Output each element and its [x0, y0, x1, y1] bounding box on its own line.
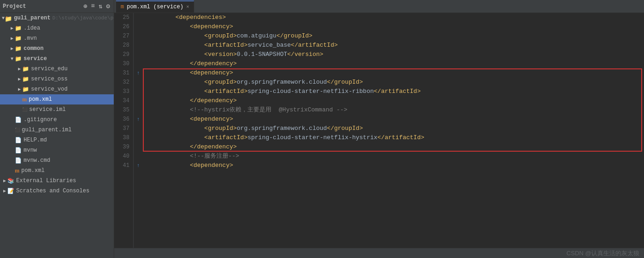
- line-number: 26: [114, 22, 129, 31]
- sidebar-item-mvn[interactable]: ▶📁.mvn: [0, 33, 114, 43]
- tree-item-label: .gitignore: [24, 117, 57, 123]
- arrow-icon: ▶: [2, 178, 7, 184]
- code-line: <version>0.0.1-SNAPSHOT</version>: [147, 50, 644, 59]
- sync-icon[interactable]: ⊕: [82, 2, 88, 10]
- pom-file-icon: m: [15, 167, 19, 174]
- arrow-icon: ▶: [17, 86, 22, 92]
- tree-item-label: External Libraries: [16, 178, 76, 184]
- status-bar: CSDN @认真生活的灰太狼: [114, 248, 644, 258]
- gutter: ↑↑↑: [134, 13, 143, 248]
- tree-item-label: pom.xml: [21, 167, 44, 174]
- expand-icon[interactable]: ⇅: [98, 2, 103, 10]
- sidebar-item-mvnw_cmd[interactable]: 📄mvnw.cmd: [0, 155, 114, 166]
- tree-item-label: service: [24, 55, 47, 62]
- line-number: 28: [114, 41, 129, 50]
- tree-item-label: Scratches and Consoles: [16, 188, 89, 194]
- line-number: 30: [114, 59, 129, 68]
- watermark-text: CSDN @认真生活的灰太狼: [566, 249, 639, 258]
- arrow-icon: ▶: [9, 36, 15, 41]
- sidebar-item-external_libs[interactable]: ▶📚External Libraries: [0, 176, 114, 186]
- line-number: 38: [114, 133, 129, 142]
- arrow-icon: ▼: [9, 56, 15, 61]
- line-number: 34: [114, 96, 129, 105]
- project-sidebar: Project ⊕ ≡ ⇅ ⚙ ▼ 📁 guli_parent D:\study…: [0, 0, 114, 258]
- line-number: 33: [114, 87, 129, 96]
- arrow-icon: ▶: [17, 76, 22, 82]
- code-line: <!--服务注册-->: [147, 152, 644, 161]
- tree-item-label: service.iml: [29, 106, 66, 113]
- file-icon: 📄: [15, 147, 22, 154]
- code-line: </dependency>: [147, 96, 644, 105]
- code-line: <!--hystrix依赖，主要是用 @HystrixCommand -->: [147, 105, 644, 115]
- code-area[interactable]: <dependencies> <dependency> <groupId>com…: [143, 13, 644, 248]
- tab-pom-xml[interactable]: m pom.xml (service) ×: [116, 0, 194, 12]
- line-numbers: 2526272829303132333435363738394041: [114, 13, 134, 248]
- code-line: <groupId>com.atguigu</groupId>: [147, 31, 644, 41]
- folder-icon: 📁: [22, 76, 29, 83]
- settings-icon[interactable]: ⚙: [105, 2, 111, 10]
- tab-close-button[interactable]: ×: [186, 4, 190, 10]
- md-file-icon: 📄: [15, 137, 22, 144]
- arrow-icon: ▶: [9, 46, 15, 51]
- arrow-icon: ▶: [9, 25, 15, 31]
- sidebar-item-service_iml[interactable]: ⬛service.iml: [0, 104, 114, 115]
- sidebar-item-gitignore[interactable]: 📄.gitignore: [0, 115, 114, 125]
- sidebar-item-help_md[interactable]: 📄HELP.md: [0, 135, 114, 145]
- main-editor-area: m pom.xml (service) × 252627282930313233…: [114, 0, 644, 258]
- file-icon: 📄: [15, 157, 22, 164]
- sidebar-item-service_edu[interactable]: ▶📁service_edu: [0, 64, 114, 74]
- sidebar-item-pom_xml_root[interactable]: mpom.xml: [0, 166, 114, 176]
- iml-file-icon: ⬛: [15, 128, 20, 133]
- tree-item-label: guli_parent.iml: [22, 127, 72, 133]
- folder-icon: 📁: [15, 45, 22, 52]
- folder-icon: 📁: [15, 55, 22, 62]
- root-folder-icon: 📁: [5, 15, 12, 21]
- line-number: 27: [114, 31, 129, 41]
- code-line: <artifactId>spring-cloud-starter-netflix…: [147, 87, 644, 96]
- code-line: <dependency>: [147, 22, 644, 31]
- code-line: <dependency>: [147, 115, 644, 124]
- arrow-icon: ▶: [2, 188, 7, 194]
- sidebar-item-service_vod[interactable]: ▶📁service_vod: [0, 84, 114, 94]
- folder-icon: 📁: [15, 25, 22, 32]
- code-line: <dependency>: [147, 68, 644, 78]
- push-gutter-icon: ↑: [135, 115, 142, 124]
- sidebar-item-service_oss[interactable]: ▶📁service_oss: [0, 74, 114, 84]
- iml-file-icon: ⬛: [22, 107, 27, 112]
- root-label: guli_parent: [14, 15, 50, 21]
- code-line: <dependencies>: [147, 13, 644, 22]
- tree-item-label: .mvn: [24, 35, 37, 42]
- sidebar-title: Project: [3, 3, 82, 10]
- code-line: </dependency>: [147, 59, 644, 68]
- folder-icon: 📁: [15, 35, 22, 42]
- sidebar-item-mvnw[interactable]: 📄mvnw: [0, 145, 114, 155]
- tree-item-label: mvnw: [24, 147, 37, 154]
- code-line: <artifactId>service_base</artifactId>: [147, 41, 644, 50]
- line-number: 40: [114, 152, 129, 161]
- scratches-icon: 📝: [7, 188, 14, 195]
- push-gutter-icon: ↑: [135, 161, 142, 170]
- file-icon: 📄: [15, 117, 22, 123]
- tree-item-label: mvnw.cmd: [24, 157, 50, 164]
- code-line: <artifactId>spring-cloud-starter-netflix…: [147, 133, 644, 142]
- line-number: 35: [114, 105, 129, 115]
- line-number: 32: [114, 78, 129, 87]
- ext-lib-icon: 📚: [7, 178, 14, 184]
- sidebar-item-service[interactable]: ▼📁service: [0, 54, 114, 64]
- sidebar-item-common[interactable]: ▶📁common: [0, 43, 114, 54]
- editor: 2526272829303132333435363738394041 ↑↑↑ <…: [114, 13, 644, 248]
- line-number: 25: [114, 13, 129, 22]
- line-number: 39: [114, 142, 129, 152]
- tab-label: pom.xml (service): [127, 4, 183, 10]
- sidebar-item-idea[interactable]: ▶📁.idea: [0, 23, 114, 33]
- sidebar-root[interactable]: ▼ 📁 guli_parent D:\study\java\code\proje: [0, 13, 114, 23]
- sidebar-item-scratches[interactable]: ▶📝Scratches and Consoles: [0, 186, 114, 196]
- line-number: 37: [114, 124, 129, 133]
- tree-items: ▶📁.idea▶📁.mvn▶📁common▼📁service▶📁service_…: [0, 23, 114, 196]
- sidebar-header: Project ⊕ ≡ ⇅ ⚙: [0, 0, 114, 13]
- collapse-icon[interactable]: ≡: [90, 2, 96, 10]
- sidebar-item-pom_xml_service[interactable]: mpom.xml: [0, 94, 114, 104]
- code-line: <groupId>org.springframework.cloud</grou…: [147, 78, 644, 87]
- tree-item-label: .idea: [24, 25, 40, 31]
- sidebar-item-guli_parent_iml[interactable]: ⬛guli_parent.iml: [0, 125, 114, 135]
